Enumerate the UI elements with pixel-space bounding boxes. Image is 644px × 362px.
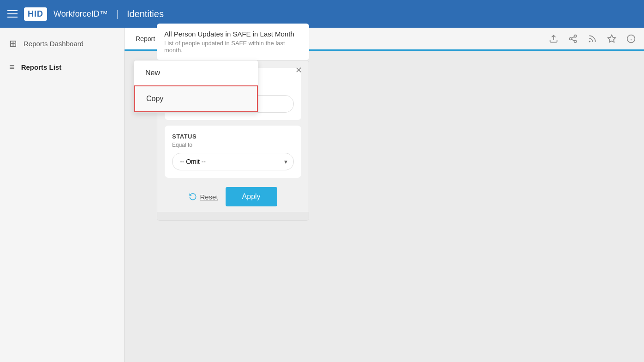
reset-icon [189,193,197,201]
copy-menu-item[interactable]: Copy [134,85,258,112]
svg-point-6 [589,41,590,42]
sidebar-item-label: Reports List [21,63,62,71]
status-select[interactable]: -- Omit -- Active Inactive [172,153,294,170]
svg-line-5 [572,36,574,38]
svg-point-1 [574,35,577,37]
sidebar: ⊞ Reports Dashboard ≡ Reports List [0,28,125,362]
info-icon-btn[interactable] [622,30,640,48]
app-name: Identities [127,9,164,19]
report-title: All Person Updates in SAFE in Last Month [164,30,302,38]
reset-label: Reset [200,193,218,201]
svg-line-4 [572,39,574,41]
main-layout: ⊞ Reports Dashboard ≡ Reports List Repor… [0,28,644,362]
sidebar-item-label: Reports Dashboard [24,40,83,48]
report-description: List of people updated in SAFE within th… [164,40,302,54]
share-icon-btn[interactable] [564,30,582,48]
svg-marker-7 [608,35,616,42]
logo: HID [24,7,47,21]
sidebar-item-reports-list[interactable]: ≡ Reports List [0,55,124,79]
filter-close-button[interactable]: ✕ [295,65,302,75]
status-filter-card: STATUS Equal to -- Omit -- Active Inacti… [165,126,301,178]
header: HID WorkforceID™ | Identities [0,0,644,28]
status-label: STATUS [172,133,294,140]
tab-actions [544,28,644,49]
filter-actions: Reset Apply [165,183,301,210]
svg-point-2 [570,37,572,40]
content-area: New Copy ✕ PRIMARYID Equal to STATUS Equ… [125,51,644,69]
brand-name: WorkforceID™ [54,9,108,19]
new-menu-item[interactable]: New [134,60,258,85]
report-description-card: All Person Updates in SAFE in Last Month… [157,24,309,60]
apply-button[interactable]: Apply [226,187,277,206]
header-divider: | [116,9,119,19]
tab-label: Report [136,35,155,42]
dashboard-icon: ⊞ [9,38,17,49]
svg-point-3 [574,40,577,42]
upload-icon-btn[interactable] [544,30,563,48]
list-icon: ≡ [9,62,15,72]
rss-icon-btn[interactable] [583,30,602,48]
reset-button[interactable]: Reset [189,193,218,201]
bottom-section: All Person Updates in SAFE in Last Month… [157,24,309,60]
sidebar-item-reports-dashboard[interactable]: ⊞ Reports Dashboard [0,31,124,55]
hamburger-button[interactable] [7,10,18,18]
status-sublabel: Equal to [172,142,294,148]
dropdown-menu: New Copy [134,60,258,113]
status-select-wrapper: -- Omit -- Active Inactive ▾ [172,153,294,170]
main-content: Report [125,28,644,362]
star-icon-btn[interactable] [602,30,621,48]
